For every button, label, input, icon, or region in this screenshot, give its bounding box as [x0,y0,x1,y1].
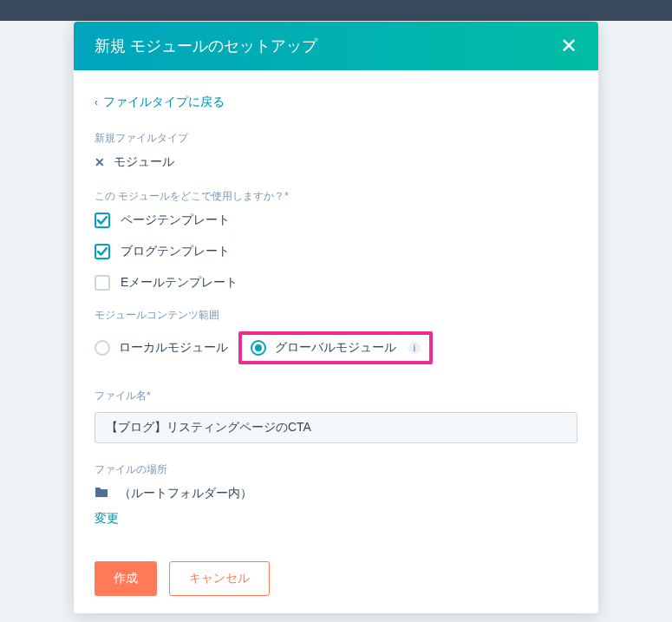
back-to-file-type-link[interactable]: ‹ ファイルタイプに戻る [95,95,577,110]
radio-label: グローバルモジュール [275,340,396,356]
file-name-label: ファイル名* [95,389,577,403]
cancel-button[interactable]: キャンセル [169,561,270,596]
usage-checkbox-group: ページテンプレート ブログテンプレート Eメールテンプレート [95,213,577,291]
checkbox-icon[interactable] [95,213,110,228]
checkbox-label: Eメールテンプレート [121,275,238,291]
checkbox-label: ページテンプレート [121,213,230,228]
usage-option-page-template[interactable]: ページテンプレート [95,213,577,228]
location-label: ファイルの場所 [95,462,577,477]
create-button[interactable]: 作成 [95,561,157,596]
scope-radio-group: ローカルモジュール グローバルモジュール i [95,331,577,364]
tag-remove-icon[interactable]: ✕ [95,155,105,169]
chevron-left-icon: ‹ [95,96,98,108]
module-setup-modal: 新規 モジュールのセットアップ ✕ ‹ ファイルタイプに戻る 新規ファイルタイプ… [74,22,598,613]
app-background-header [0,0,672,21]
location-value: （ルートフォルダー内） [119,486,252,501]
scope-label: モジュールコンテンツ範囲 [95,308,577,323]
modal-title: 新規 モジュールのセットアップ [95,36,317,56]
radio-dot [255,344,262,351]
checkbox-icon[interactable] [95,275,110,291]
modal-header: 新規 モジュールのセットアップ ✕ [74,22,598,70]
radio-icon[interactable] [251,340,266,356]
folder-icon [95,486,108,501]
file-type-label: 新規ファイルタイプ [95,131,577,146]
modal-body: ‹ ファイルタイプに戻る 新規ファイルタイプ ✕ モジュール この モジュールを… [74,70,598,613]
modal-footer-buttons: 作成 キャンセル [95,561,577,596]
file-type-value: モジュール [114,154,174,170]
checkbox-label: ブログテンプレート [121,244,230,259]
radio-icon[interactable] [95,340,110,356]
checkbox-icon[interactable] [95,244,110,259]
usage-option-email-template[interactable]: Eメールテンプレート [95,275,577,291]
scope-option-global[interactable]: グローバルモジュール i [238,331,433,364]
file-name-input[interactable] [95,412,577,443]
file-type-tag: ✕ モジュール [95,154,577,170]
help-icon[interactable]: i [408,342,421,354]
usage-option-blog-template[interactable]: ブログテンプレート [95,244,577,259]
radio-label: ローカルモジュール [119,340,228,356]
location-display: （ルートフォルダー内） [95,486,577,501]
back-link-label: ファイルタイプに戻る [103,95,225,110]
scope-option-local[interactable]: ローカルモジュール [95,340,228,356]
change-location-link[interactable]: 変更 [95,511,119,527]
usage-label: この モジュールをどこで使用しますか？* [95,189,577,204]
close-icon[interactable]: ✕ [560,36,577,56]
